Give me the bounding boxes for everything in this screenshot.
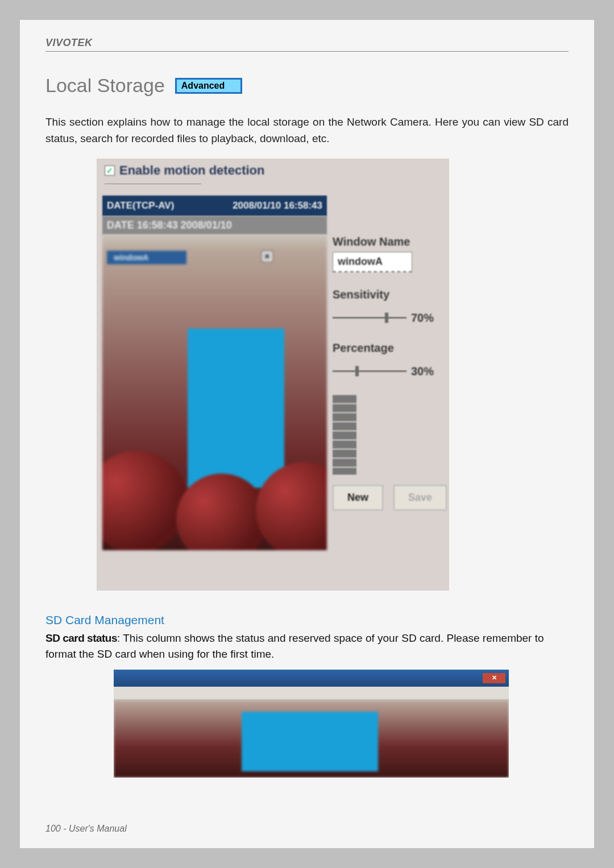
motion-window-tag[interactable]: windowA xyxy=(107,251,186,264)
sd-card-heading: SD Card Management xyxy=(45,613,569,627)
percentage-label: Percentage xyxy=(333,342,446,355)
page-number: 100 xyxy=(45,824,61,833)
motion-settings-column: Window Name windowA Sensitivity 70% Perc… xyxy=(333,196,446,550)
window-close-icon[interactable]: ✕ xyxy=(483,673,505,683)
video-title-left: DATE(TCP-AV) xyxy=(107,200,174,211)
checkbox-icon[interactable]: ✓ xyxy=(105,165,115,176)
manual-page: VIVOTEK Local Storage Advanced This sect… xyxy=(20,20,594,848)
window-name-label: Window Name xyxy=(333,235,446,248)
video-preview: windowA ✕ xyxy=(102,235,327,550)
divider xyxy=(105,184,201,184)
motion-buttons: New Save xyxy=(333,485,446,510)
figure-motion-detection: no SD card ✓ Enable motion detection DAT… xyxy=(97,159,449,591)
sd-card-format-line: format the SD card when using for the fi… xyxy=(45,646,569,663)
motion-detection-panel: ✓ Enable motion detection DATE(TCP-AV) 2… xyxy=(97,159,449,591)
video-overlay-text: DATE 16:58:43 2008/01/10 xyxy=(107,219,232,231)
sensitivity-value: 70% xyxy=(411,312,434,325)
preview-area: DATE(TCP-AV) 2008/01/10 16:58:43 DATE 16… xyxy=(97,196,449,550)
section-intro: This section explains how to manage the … xyxy=(45,114,569,147)
sd-card-status-bold: SD card status xyxy=(45,632,117,644)
video-title-bar: DATE(TCP-AV) 2008/01/10 16:58:43 xyxy=(102,196,327,216)
motion-window-tag-text: windowA xyxy=(114,253,148,262)
enable-motion-row[interactable]: ✓ Enable motion detection xyxy=(97,159,449,184)
window-body xyxy=(114,700,509,778)
sd-card-status-rest: : This column shows the status and reser… xyxy=(117,632,544,644)
section-title-row: Local Storage Advanced xyxy=(45,74,569,97)
sd-card-status-line: SD card status: This column shows the st… xyxy=(45,630,569,647)
mode-badge: Advanced xyxy=(175,78,242,94)
figure-sd-window: ✕ xyxy=(114,670,509,778)
new-button[interactable]: New xyxy=(333,485,383,510)
motion-region-rect[interactable] xyxy=(188,329,284,488)
footer-label: User's Manual xyxy=(69,824,127,833)
video-overlay-bar: DATE 16:58:43 2008/01/10 xyxy=(102,216,327,235)
close-icon[interactable]: ✕ xyxy=(262,251,273,262)
sensitivity-slider[interactable]: 70% xyxy=(333,312,446,325)
selection-rect[interactable] xyxy=(242,712,378,771)
video-title-right: 2008/01/10 16:58:43 xyxy=(233,200,322,211)
save-button[interactable]: Save xyxy=(393,485,447,510)
window-tabs[interactable] xyxy=(114,687,509,700)
percentage-slider[interactable]: 30% xyxy=(333,365,446,378)
window-titlebar: ✕ xyxy=(114,670,509,687)
level-meter xyxy=(333,395,356,475)
percentage-value: 30% xyxy=(411,365,434,378)
section-title: Local Storage xyxy=(45,74,165,97)
window-name-input[interactable]: windowA xyxy=(333,252,412,272)
enable-motion-label: Enable motion detection xyxy=(119,163,264,178)
page-header: VIVOTEK xyxy=(45,37,569,52)
brand-name: VIVOTEK xyxy=(45,37,93,48)
sensitivity-label: Sensitivity xyxy=(333,288,446,301)
video-column: DATE(TCP-AV) 2008/01/10 16:58:43 DATE 16… xyxy=(102,196,327,550)
page-footer: 100 - User's Manual xyxy=(45,824,127,834)
